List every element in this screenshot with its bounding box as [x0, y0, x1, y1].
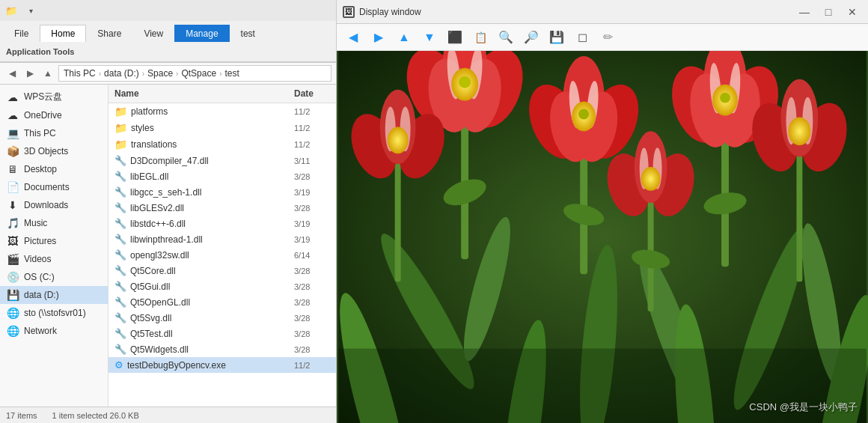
sidebar-label-osc: OS (C:) — [24, 272, 55, 282]
quick-access-folder[interactable]: 📁 — [3, 2, 19, 19]
file-date: 11/2 — [291, 361, 336, 370]
up-button[interactable]: ▲ — [40, 66, 55, 81]
ribbon-toolbar: Application Tools — [0, 42, 336, 61]
dll-icon: 🔧 — [114, 202, 126, 213]
sidebar-item-videos[interactable]: 🎬 Videos — [0, 250, 108, 268]
file-date: 3/28 — [291, 345, 336, 354]
copy-button[interactable]: 📋 — [470, 27, 491, 48]
sidebar-label-videos: Videos — [24, 254, 51, 264]
file-name-translations: 📁 translations — [109, 139, 291, 150]
column-date[interactable]: Date — [291, 87, 336, 100]
sidebar-item-downloads[interactable]: ⬇ Downloads — [0, 196, 108, 214]
documents-icon: 📄 — [6, 181, 19, 193]
tab-manage[interactable]: Manage — [174, 25, 229, 42]
sidebar-label-music: Music — [24, 218, 47, 228]
folder-icon: 📁 — [114, 106, 127, 118]
list-item[interactable]: 🔧 libEGL.dll 3/28 — [109, 168, 336, 184]
fit-button[interactable]: ⬛ — [444, 27, 465, 48]
draw-button[interactable]: ✏ — [597, 27, 618, 48]
up-tool-button[interactable]: ▲ — [394, 27, 415, 48]
tab-home[interactable]: Home — [40, 25, 86, 42]
file-date: 3/11 — [291, 156, 336, 165]
list-item[interactable]: 📁 styles 11/2 — [109, 120, 336, 136]
file-list: Name Date 📁 platforms 11/2 📁 styles 11/2 — [109, 85, 336, 407]
status-selected: 1 item selected 26.0 KB — [52, 411, 139, 420]
minimize-button[interactable]: — — [795, 4, 814, 20]
desktop-icon: 🖥 — [6, 163, 19, 175]
sidebar-item-wps[interactable]: ☁ WPS云盘 — [0, 88, 108, 106]
list-item[interactable]: 🔧 Qt5Core.dll 3/28 — [109, 263, 336, 279]
path-space[interactable]: Space — [147, 68, 173, 79]
sidebar-item-documents[interactable]: 📄 Documents — [0, 178, 108, 196]
dll-icon: 🔧 — [114, 312, 126, 323]
sidebar-item-3dobjects[interactable]: 📦 3D Objects — [0, 142, 108, 160]
main-content: ☁ WPS云盘 ☁ OneDrive 💻 This PC 📦 3D Object… — [0, 85, 336, 407]
pictures-icon: 🖼 — [6, 235, 19, 247]
back-button[interactable]: ◀ — [4, 66, 19, 81]
tab-test[interactable]: test — [230, 25, 266, 42]
path-thispc[interactable]: This PC — [64, 68, 96, 79]
dll-icon: 🔧 — [114, 186, 126, 198]
dll-icon: 🔧 — [114, 249, 126, 261]
list-item[interactable]: ⚙ testDebugByOpencv.exe 11/2 — [109, 357, 336, 373]
tab-view[interactable]: View — [132, 25, 174, 42]
disk-icon-d: 💾 — [6, 289, 19, 301]
zoom-out-button[interactable]: 🔎 — [521, 27, 542, 48]
list-item[interactable]: 🔧 Qt5Widgets.dll 3/28 — [109, 341, 336, 357]
list-item[interactable]: 🔧 Qt5OpenGL.dll 3/28 — [109, 294, 336, 310]
list-item[interactable]: 🔧 Qt5Svg.dll 3/28 — [109, 310, 336, 326]
list-item[interactable]: 🔧 D3Dcompiler_47.dll 3/11 — [109, 153, 336, 168]
list-item[interactable]: 📁 translations 11/2 — [109, 136, 336, 153]
file-date: 3/19 — [291, 188, 336, 197]
sidebar-label-wps: WPS云盘 — [24, 91, 62, 103]
sidebar-item-desktop[interactable]: 🖥 Desktop — [0, 160, 108, 178]
column-name[interactable]: Name — [109, 87, 291, 100]
quick-access-dropdown[interactable]: ▾ — [22, 2, 39, 19]
sidebar-item-thispc[interactable]: 💻 This PC — [0, 124, 108, 142]
down-tool-button[interactable]: ▼ — [419, 27, 440, 48]
zoom-in-button[interactable]: 🔍 — [495, 27, 516, 48]
file-date: 3/28 — [291, 267, 336, 276]
file-date: 3/28 — [291, 298, 336, 307]
tab-share[interactable]: Share — [86, 25, 132, 42]
sidebar-item-datad[interactable]: 💾 data (D:) — [0, 286, 108, 304]
file-date: 11/2 — [291, 107, 336, 116]
maximize-button[interactable]: □ — [819, 4, 838, 20]
downloads-icon: ⬇ — [6, 199, 19, 211]
path-test[interactable]: test — [224, 68, 239, 79]
list-item[interactable]: 🔧 libgcc_s_seh-1.dll 3/19 — [109, 184, 336, 200]
list-item[interactable]: 🔧 libwinpthread-1.dll 3/19 — [109, 231, 336, 247]
path-datad[interactable]: data (D:) — [104, 68, 139, 79]
list-item[interactable]: 🔧 libstdc++-6.dll 3/19 — [109, 216, 336, 231]
fullscreen-button[interactable]: ◻ — [572, 27, 593, 48]
tab-file[interactable]: File — [3, 25, 40, 42]
list-item[interactable]: 🔧 Qt5Test.dll 3/28 — [109, 326, 336, 341]
disk-icon-c: 💿 — [6, 271, 19, 283]
sidebar-item-onedrive[interactable]: ☁ OneDrive — [0, 106, 108, 124]
address-path[interactable]: This PC › data (D:) › Space › QtSpace › … — [58, 65, 331, 82]
sidebar: ☁ WPS云盘 ☁ OneDrive 💻 This PC 📦 3D Object… — [0, 85, 109, 407]
sidebar-item-music[interactable]: 🎵 Music — [0, 214, 108, 232]
sidebar-item-network-share[interactable]: 🌐 sto (\\stofsvr01) — [0, 304, 108, 322]
svg-point-28 — [578, 109, 589, 120]
sidebar-item-osc[interactable]: 💿 OS (C:) — [0, 268, 108, 286]
back-tool-button[interactable]: ◀ — [343, 27, 364, 48]
sidebar-label-desktop: Desktop — [24, 164, 57, 174]
list-item[interactable]: 📁 platforms 11/2 — [109, 103, 336, 120]
folder-icon: 📁 — [114, 139, 127, 150]
path-qtspace[interactable]: QtSpace — [181, 68, 216, 79]
forward-tool-button[interactable]: ▶ — [368, 27, 389, 48]
list-item[interactable]: 🔧 libGLESv2.dll 3/28 — [109, 200, 336, 216]
close-button[interactable]: ✕ — [843, 4, 862, 20]
sidebar-item-network[interactable]: 🌐 Network — [0, 322, 108, 340]
svg-point-17 — [459, 76, 471, 88]
display-image: CSDN @我是一块小鸭子 — [337, 51, 868, 423]
list-item[interactable]: 🔧 Qt5Gui.dll 3/28 — [109, 279, 336, 294]
list-item[interactable]: 🔧 opengl32sw.dll 6/14 — [109, 247, 336, 263]
file-date: 3/19 — [291, 235, 336, 244]
save-button[interactable]: 💾 — [546, 27, 567, 48]
forward-button[interactable]: ▶ — [22, 66, 37, 81]
sidebar-item-pictures[interactable]: 🖼 Pictures — [0, 232, 108, 250]
file-explorer: 📁 ▾ File Home Share View Manage test App… — [0, 0, 337, 423]
dll-icon: 🔧 — [114, 234, 126, 245]
